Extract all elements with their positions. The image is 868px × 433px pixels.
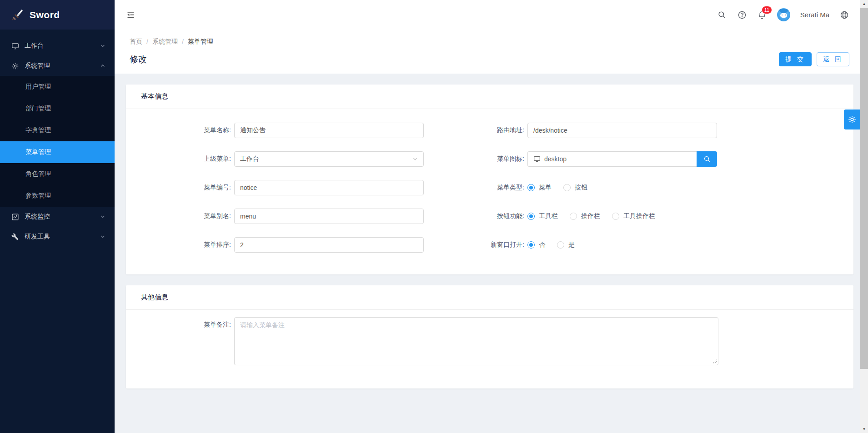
- submit-button[interactable]: 提 交: [779, 52, 812, 66]
- route-path-input[interactable]: [527, 123, 717, 138]
- main-area: 11 Serati Ma 首页 / 系统管理 / 菜单管理: [115, 0, 860, 433]
- menu-name-input[interactable]: [234, 123, 424, 138]
- menu-alias-input[interactable]: [234, 209, 424, 224]
- sidebar-item-menu-mgmt[interactable]: 菜单管理: [0, 141, 115, 163]
- other-info-title: 其他信息: [126, 285, 853, 310]
- sidebar: Sword 工作台 系统管理 用户管理 部门管理: [0, 0, 115, 433]
- sidebar-item-workbench[interactable]: 工作台: [0, 36, 115, 56]
- menu-code-input[interactable]: [234, 180, 424, 195]
- system-mgmt-submenu: 用户管理 部门管理 字典管理 菜单管理 角色管理 参数管理: [0, 76, 115, 207]
- breadcrumb: 首页 / 系统管理 / 菜单管理: [130, 38, 849, 46]
- breadcrumb-menu-mgmt: 菜单管理: [188, 38, 213, 46]
- chevron-down-icon: [100, 214, 105, 219]
- menu-icon-input[interactable]: desktop: [527, 151, 697, 167]
- parent-menu-label: 上级菜单:: [126, 155, 234, 163]
- notification-bell-icon[interactable]: 11: [757, 10, 767, 20]
- menu-sort-input[interactable]: [234, 237, 424, 253]
- sword-logo-icon: [11, 9, 23, 21]
- chevron-down-icon: [100, 43, 105, 49]
- radio-button-func-actionbar[interactable]: 操作栏: [570, 212, 600, 220]
- basic-info-card: 基本信息 菜单名称: 路由地址: 上级菜单: 工作台: [126, 85, 853, 274]
- theme-settings-button[interactable]: [844, 109, 860, 129]
- radio-new-window-no[interactable]: 否: [527, 241, 545, 249]
- user-avatar[interactable]: [777, 8, 790, 21]
- top-bar: 11 Serati Ma: [115, 0, 860, 30]
- menu-type-radio-group: 菜单 按钮: [527, 184, 717, 192]
- sidebar-item-role-mgmt[interactable]: 角色管理: [0, 163, 115, 185]
- menu-remark-textarea[interactable]: [234, 317, 718, 365]
- menu-alias-label: 菜单别名:: [126, 212, 234, 220]
- gear-icon: [11, 62, 19, 70]
- topbar-actions: 11 Serati Ma: [717, 8, 849, 21]
- monitor-chart-icon: [11, 213, 19, 221]
- radio-menu-type-menu[interactable]: 菜单: [527, 184, 552, 192]
- back-button[interactable]: 返 回: [817, 52, 849, 66]
- wrench-icon: [11, 233, 19, 241]
- desktop-icon: [11, 42, 19, 50]
- route-path-label: 路由地址:: [424, 126, 527, 134]
- desktop-icon: [533, 155, 541, 163]
- app-logo[interactable]: Sword: [0, 0, 115, 30]
- sidebar-item-param-mgmt[interactable]: 参数管理: [0, 185, 115, 207]
- user-name[interactable]: Serati Ma: [800, 11, 829, 19]
- page-title: 修改: [130, 54, 147, 65]
- language-globe-icon[interactable]: [839, 10, 849, 20]
- icon-search-button[interactable]: [697, 151, 717, 167]
- radio-button-func-tool-actionbar[interactable]: 工具操作栏: [612, 212, 655, 220]
- scrollbar-down-arrow[interactable]: ▼: [860, 425, 868, 433]
- radio-menu-type-button[interactable]: 按钮: [563, 184, 587, 192]
- gear-icon: [848, 115, 857, 124]
- sidebar-menu: 工作台 系统管理 用户管理 部门管理 字典管理 菜单管理 角色管理 参数管理: [0, 30, 115, 433]
- app-title: Sword: [30, 10, 60, 20]
- parent-menu-select[interactable]: 工作台: [234, 151, 424, 167]
- new-window-label: 新窗口打开:: [424, 241, 527, 249]
- notification-badge: 11: [762, 6, 772, 14]
- radio-new-window-yes[interactable]: 是: [557, 241, 575, 249]
- sidebar-item-system-mgmt[interactable]: 系统管理: [0, 56, 115, 76]
- menu-icon-label: 菜单图标:: [424, 155, 527, 163]
- sidebar-item-dev-tools[interactable]: 研发工具: [0, 227, 115, 247]
- search-icon: [703, 155, 711, 163]
- sidebar-item-dict-mgmt[interactable]: 字典管理: [0, 119, 115, 141]
- menu-name-label: 菜单名称:: [126, 126, 234, 134]
- chevron-down-icon: [412, 156, 418, 162]
- other-info-card: 其他信息 菜单备注:: [126, 285, 853, 388]
- page-subheader: 首页 / 系统管理 / 菜单管理 修改 提 交 返 回: [115, 30, 860, 74]
- sidebar-item-dept-mgmt[interactable]: 部门管理: [0, 98, 115, 119]
- collapse-sidebar-icon[interactable]: [125, 10, 135, 20]
- page-content: 基本信息 菜单名称: 路由地址: 上级菜单: 工作台: [115, 74, 860, 433]
- new-window-radio-group: 否 是: [527, 241, 717, 249]
- basic-info-title: 基本信息: [126, 85, 853, 109]
- chevron-down-icon: [100, 234, 105, 239]
- scrollbar-thumb[interactable]: [860, 8, 868, 369]
- radio-button-func-toolbar[interactable]: 工具栏: [527, 212, 558, 220]
- breadcrumb-system-mgmt[interactable]: 系统管理: [152, 38, 178, 46]
- chevron-up-icon: [100, 63, 105, 69]
- help-icon[interactable]: [737, 10, 747, 20]
- menu-code-label: 菜单编号:: [126, 184, 234, 192]
- scrollbar-up-arrow[interactable]: ▲: [860, 0, 868, 8]
- page-scrollbar: ▲ ▼: [860, 0, 868, 433]
- search-icon[interactable]: [717, 10, 727, 20]
- sidebar-item-user-mgmt[interactable]: 用户管理: [0, 76, 115, 98]
- breadcrumb-home[interactable]: 首页: [130, 38, 142, 46]
- button-func-radio-group: 工具栏 操作栏 工具操作栏: [527, 212, 764, 220]
- button-func-label: 按钮功能:: [424, 212, 527, 220]
- menu-remark-label: 菜单备注:: [126, 317, 234, 329]
- menu-type-label: 菜单类型:: [424, 184, 527, 192]
- sidebar-item-system-monitor[interactable]: 系统监控: [0, 207, 115, 227]
- menu-sort-label: 菜单排序:: [126, 241, 234, 249]
